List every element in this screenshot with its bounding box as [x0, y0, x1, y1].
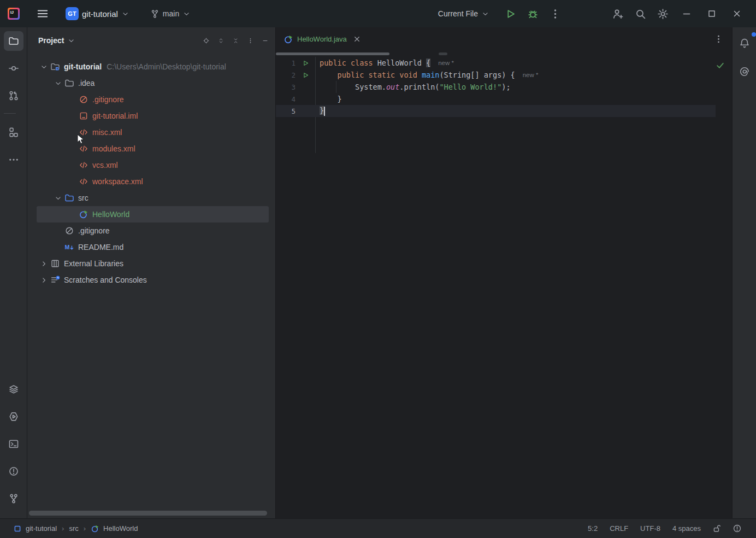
run-hexagon-icon — [8, 411, 19, 422]
tree-item-workspace-xml[interactable]: workspace.xml — [27, 173, 275, 190]
toolwindow-button-notifications[interactable] — [735, 33, 754, 53]
toolwindow-button-git[interactable] — [4, 489, 23, 508]
breadcrumb-item-git-tutorial[interactable]: git-tutorial — [13, 524, 57, 533]
window-close-button[interactable] — [732, 9, 742, 19]
branch-widget[interactable]: main — [147, 7, 194, 21]
code-line-5: 5} — [276, 105, 716, 117]
collapse-all-button[interactable] — [231, 36, 240, 45]
stripe-top-group — [4, 31, 23, 177]
code-vision-hint[interactable]: new * — [523, 72, 539, 78]
token: System. — [320, 83, 386, 91]
tree-item-label: .gitignore — [92, 95, 124, 104]
toolwindow-button-run[interactable] — [4, 407, 23, 426]
toolwindow-button-pull-requests[interactable] — [4, 86, 23, 106]
chevron-down-icon[interactable] — [67, 37, 75, 45]
code-vision-hint[interactable]: new * — [438, 60, 454, 66]
chevron-down-icon[interactable] — [51, 79, 64, 87]
window-minimize-button[interactable] — [682, 9, 692, 19]
status-bar-widgets: 5:2CRLFUTF-84 spaces — [582, 524, 756, 533]
line-number: 4 — [276, 95, 296, 103]
more-actions-button[interactable] — [550, 8, 561, 20]
chevron-down-icon[interactable] — [51, 194, 64, 202]
chevron-right-icon[interactable] — [37, 259, 50, 268]
tabbar-scrollbar-thumb[interactable] — [276, 52, 389, 55]
tab-helloworld-java[interactable]: HelloWorld.java — [277, 27, 368, 51]
search-everywhere-button[interactable] — [635, 8, 646, 20]
caret-position-widget[interactable]: 5:2 — [582, 524, 604, 533]
text-caret — [324, 107, 325, 116]
tree-item-label: .idea — [78, 79, 94, 87]
notification-dot — [752, 32, 756, 37]
code-line-1: 1public class HelloWorld {new * — [276, 57, 716, 69]
run-line-gutter[interactable] — [296, 60, 315, 67]
stripe-divider — [4, 113, 16, 114]
select-opened-file-button[interactable] — [202, 36, 211, 45]
code-text: public class HelloWorld { — [315, 59, 430, 67]
tree-item-readme-md[interactable]: MREADME.md — [27, 239, 275, 255]
services-icon — [8, 384, 19, 395]
xml-file-icon — [79, 177, 88, 186]
error-circle-icon[interactable] — [733, 524, 742, 533]
tabbar-scrollbar-thumb-2[interactable] — [439, 52, 447, 55]
code-line-3: 3 System.out.println("Hello World!"); — [276, 81, 716, 93]
toolwindow-button-problems[interactable] — [4, 461, 23, 481]
toolwindow-button-terminal[interactable] — [4, 434, 23, 454]
tree-item-git-tutorial[interactable]: git-tutorialC:\Users\Admin\Desktop\git-t… — [27, 59, 275, 75]
toolwindow-button-commit[interactable] — [4, 59, 23, 78]
code-editor[interactable]: 1public class HelloWorld {new *2 public … — [276, 57, 716, 117]
tab-close-icon[interactable] — [353, 35, 361, 43]
breadcrumb-separator: › — [84, 524, 86, 533]
expand-all-button[interactable] — [216, 36, 226, 45]
title-bar: IJ GT git-tutorial main Current File — [0, 0, 756, 27]
tree-item-helloworld[interactable]: HelloWorld — [27, 206, 275, 223]
ai-icon — [739, 66, 750, 77]
tree-item-gitignore[interactable]: .gitignore — [27, 91, 275, 108]
code-with-me-button[interactable] — [612, 8, 624, 20]
encoding-widget[interactable]: UTF-8 — [634, 524, 666, 533]
tree-item-modules-xml[interactable]: modules.xml — [27, 141, 275, 157]
tree-item-vcs-xml[interactable]: vcs.xml — [27, 157, 275, 173]
tree-item-gitignore[interactable]: .gitignore — [27, 223, 275, 239]
panel-options-button[interactable] — [246, 36, 255, 45]
tree-item-scratches-and-consoles[interactable]: Scratches and Consoles — [27, 272, 275, 288]
panel-title[interactable]: Project — [38, 36, 64, 45]
left-toolwindow-stripe — [0, 27, 27, 518]
line-separator-widget[interactable]: CRLF — [604, 524, 634, 533]
tree-item-misc-xml[interactable]: misc.xml — [27, 124, 275, 141]
breadcrumb-item-helloworld[interactable]: HelloWorld — [91, 524, 138, 533]
tree-item-src[interactable]: src — [27, 190, 275, 206]
token: } — [320, 106, 324, 115]
run-configuration-selector[interactable]: Current File — [438, 9, 489, 18]
intellij-logo-icon[interactable]: IJ — [8, 8, 20, 20]
settings-button[interactable] — [657, 8, 669, 20]
token: "Hello World!" — [439, 83, 501, 91]
breadcrumb-item-src[interactable]: src — [69, 524, 78, 533]
chevron-down-icon[interactable] — [37, 62, 50, 71]
java-class-icon — [91, 524, 99, 533]
hide-panel-button[interactable] — [261, 36, 270, 45]
lock-open-icon[interactable] — [712, 524, 722, 533]
run-button[interactable] — [505, 8, 516, 20]
inspections-ok-icon[interactable] — [716, 61, 725, 70]
tree-item-label: HelloWorld — [92, 210, 129, 219]
toolwindow-button-more-tool-windows[interactable] — [4, 150, 23, 169]
debug-button[interactable] — [527, 8, 539, 20]
chevron-spacer — [66, 144, 79, 153]
tree-item-idea[interactable]: .idea — [27, 75, 275, 91]
toolwindow-button-services[interactable] — [4, 379, 23, 399]
toolwindow-button-project[interactable] — [4, 31, 23, 51]
run-line-gutter[interactable] — [296, 72, 315, 79]
tree-item-external-libraries[interactable]: External Libraries — [27, 255, 275, 272]
editor-options-button[interactable] — [714, 34, 723, 44]
window-maximize-button[interactable] — [707, 9, 717, 19]
toolwindow-button-ai-assistant[interactable] — [735, 62, 754, 81]
menu-icon[interactable] — [36, 7, 49, 20]
run-config-label: Current File — [438, 9, 478, 18]
project-widget[interactable]: GT git-tutorial — [62, 4, 133, 23]
line-number: 1 — [276, 59, 296, 67]
chevron-right-icon[interactable] — [37, 276, 50, 284]
toolwindow-button-structure[interactable] — [4, 122, 23, 142]
tree-item-git-tutorial-iml[interactable]: git-tutorial.iml — [27, 108, 275, 124]
project-panel-hscrollbar[interactable] — [29, 511, 267, 516]
indent-widget[interactable]: 4 spaces — [666, 524, 707, 533]
